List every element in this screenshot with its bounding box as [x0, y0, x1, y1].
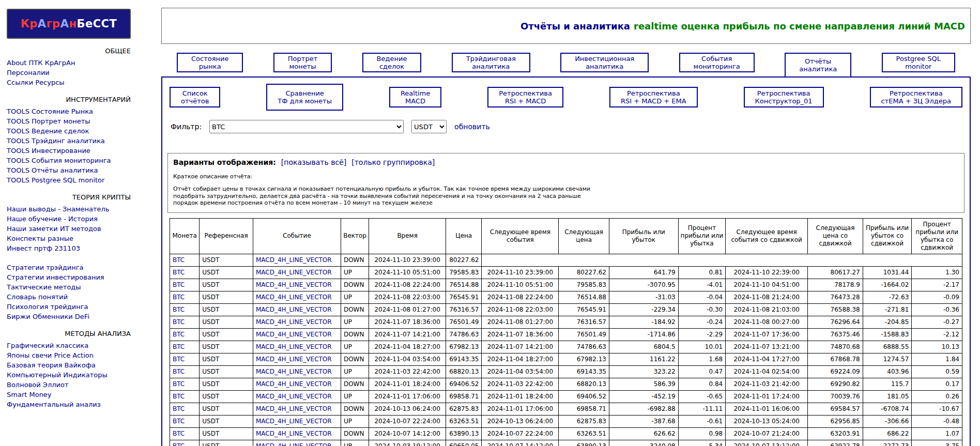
sidebar-item[interactable]: Конспекты разные — [7, 234, 161, 243]
col-header-profit-shifted: Прибыль или убыток со сдвижкой — [863, 218, 912, 254]
sidebar-item[interactable]: Базовая теория Вайкофа — [7, 360, 161, 370]
cell-coin[interactable]: BTC — [170, 266, 200, 279]
cell-event[interactable]: MACD_4H_LINE_VECTOR — [253, 254, 341, 266]
cell-event[interactable]: MACD_4H_LINE_VECTOR — [253, 390, 341, 403]
cell-vector: DOWN — [341, 279, 369, 291]
sidebar-item[interactable]: Волновой Эллиот — [7, 380, 161, 390]
cell-profit: 586.39 — [609, 378, 678, 390]
sidebar-item[interactable]: Стратегии трэйдинга — [7, 263, 161, 272]
col-header-coin: Монета — [170, 218, 200, 254]
sidebar-item[interactable]: Наши заметки ИТ методов — [7, 224, 161, 234]
cell-coin[interactable]: BTC — [170, 254, 200, 266]
cell-profit-shifted: 115.7 — [863, 378, 912, 390]
filter-label: Фильтр: — [171, 122, 202, 131]
display-option-link-1[interactable]: [показывать всё] — [281, 158, 346, 166]
cell-profit-shifted: 1031.44 — [863, 266, 912, 279]
sidebar-item[interactable]: Наши выводы - Знаменатель — [7, 204, 161, 214]
cell-event[interactable]: MACD_4H_LINE_VECTOR — [253, 403, 341, 415]
sidebar-item[interactable]: TOOLS Postgree SQL monitor — [7, 175, 161, 185]
sidebar-item[interactable]: Ссылки Ресурсы — [7, 78, 161, 87]
cell-event[interactable]: MACD_4H_LINE_VECTOR — [253, 365, 341, 378]
cell-coin[interactable]: BTC — [170, 427, 200, 440]
cell-reference: USDT — [200, 390, 253, 403]
tab-sub-1[interactable]: Список отчётов — [170, 87, 220, 107]
tab-main-7-active[interactable]: Отчёты аналитика — [785, 53, 851, 76]
display-option-link-2[interactable]: [только группировка] — [351, 158, 435, 166]
cell-event[interactable]: MACD_4H_LINE_VECTOR — [253, 440, 341, 446]
coin-filter-select[interactable]: BTC — [209, 120, 404, 133]
cell-event[interactable]: MACD_4H_LINE_VECTOR — [253, 291, 341, 303]
tab-sub-6[interactable]: Ретроспектива Конструктор_01 — [744, 87, 824, 107]
sidebar-item[interactable]: TOOLS Инвестирование — [7, 146, 161, 156]
sidebar-item[interactable]: TOOLS Отчёты аналитика — [7, 165, 161, 175]
sidebar-item[interactable]: Персоналии — [7, 68, 161, 78]
sidebar-item[interactable]: Психология трейдинга — [7, 302, 161, 312]
tab-main-4[interactable]: Трэйдинговая аналитика — [452, 53, 530, 72]
tab-sub-2-active[interactable]: Сравнение ТФ для монеты — [266, 84, 343, 111]
sidebar-item[interactable]: TOOLS Состояние Рынка — [7, 106, 161, 116]
cell-profit-percent — [678, 254, 726, 266]
cell-coin[interactable]: BTC — [170, 341, 200, 353]
sidebar-item[interactable]: Графический классика — [7, 341, 161, 350]
sidebar-item[interactable]: Стратегии инвестирования — [7, 272, 161, 282]
cell-coin[interactable]: BTC — [170, 328, 200, 341]
app-logo[interactable]: КрАгрАн БеССТ — [7, 9, 131, 39]
cell-event[interactable]: MACD_4H_LINE_VECTOR — [253, 415, 341, 427]
cell-coin[interactable]: BTC — [170, 303, 200, 316]
tab-sub-4[interactable]: Ретроспектива RSI + MACD — [487, 87, 563, 107]
tab-main-1[interactable]: Состояние рынка — [177, 53, 243, 72]
cell-event[interactable]: MACD_4H_LINE_VECTOR — [253, 328, 341, 341]
sidebar-item[interactable]: About ПТК КрАгрАн — [7, 58, 161, 68]
tab-main-2[interactable]: Портрет монеты — [273, 53, 332, 72]
cell-event[interactable]: MACD_4H_LINE_VECTOR — [253, 378, 341, 390]
cell-next-time-shifted: 2024-11-07 17:36:00 — [726, 328, 808, 341]
tab-main-6[interactable]: События мониторинга — [679, 53, 755, 72]
table-row: BTCUSDTMACD_4H_LINE_VECTORUP2024-11-01 1… — [170, 390, 962, 403]
sidebar-item[interactable]: Компьютерный Индикаторы — [7, 370, 161, 380]
tab-main-8[interactable]: Postgree SQL monitor — [882, 53, 955, 72]
cell-coin[interactable]: BTC — [170, 415, 200, 427]
sidebar-item[interactable]: Наше обучение - История — [7, 214, 161, 224]
sidebar-item[interactable]: TOOLS Ведение сделок — [7, 126, 161, 136]
tab-sub-3[interactable]: Realtime MACD — [389, 87, 441, 107]
cell-profit-shifted: 1274.57 — [863, 353, 912, 365]
table-row: BTCUSDTMACD_4H_LINE_VECTORUP2024-11-08 2… — [170, 291, 962, 303]
tab-main-5[interactable]: Инвестиционная аналитика — [560, 53, 649, 72]
cell-event[interactable]: MACD_4H_LINE_VECTOR — [253, 303, 341, 316]
sidebar-item[interactable]: Биржи Обменники DeFi — [7, 312, 161, 321]
refresh-link[interactable]: обновить — [454, 122, 490, 131]
sidebar-item[interactable]: Японы свечи Price Action — [7, 350, 161, 360]
sidebar-item[interactable]: Тактические методы — [7, 282, 161, 292]
cell-event[interactable]: MACD_4H_LINE_VECTOR — [253, 353, 341, 365]
cell-coin[interactable]: BTC — [170, 378, 200, 390]
cell-reference: USDT — [200, 415, 253, 427]
table-row: BTCUSDTMACD_4H_LINE_VECTORDOWN2024-11-07… — [170, 328, 962, 341]
cell-coin[interactable]: BTC — [170, 440, 200, 446]
tab-main-3[interactable]: Ведение сделок — [362, 53, 422, 72]
cell-event[interactable]: MACD_4H_LINE_VECTOR — [253, 427, 341, 440]
cell-event[interactable]: MACD_4H_LINE_VECTOR — [253, 316, 341, 328]
sidebar-item[interactable]: Фундаментальный анализ — [7, 399, 161, 409]
sidebar-item[interactable]: TOOLS Портрет монеты — [7, 116, 161, 126]
tab-sub-7[interactable]: Ретроспектива стЕМА + ЗЦ Элдера — [870, 87, 962, 107]
cell-coin[interactable]: BTC — [170, 291, 200, 303]
cell-coin[interactable]: BTC — [170, 353, 200, 365]
cell-coin[interactable]: BTC — [170, 279, 200, 291]
cell-coin[interactable]: BTC — [170, 316, 200, 328]
cell-event[interactable]: MACD_4H_LINE_VECTOR — [253, 279, 341, 291]
sidebar-item[interactable]: Инвест пртф 231103 — [7, 243, 161, 253]
sidebar-item[interactable]: TOOLS Трэйдинг аналитика — [7, 136, 161, 146]
cell-next-price-shifted: 74870.68 — [808, 341, 863, 353]
table-row: BTCUSDTMACD_4H_LINE_VECTORDOWN2024-11-08… — [170, 279, 962, 291]
cell-coin[interactable]: BTC — [170, 403, 200, 415]
sidebar-item[interactable]: Smart Money — [7, 390, 161, 399]
quote-filter-select[interactable]: USDT — [411, 120, 447, 133]
cell-event[interactable]: MACD_4H_LINE_VECTOR — [253, 341, 341, 353]
tab-sub-5[interactable]: Ретроспектива RSI + MACD + EMA — [609, 87, 698, 107]
cell-coin[interactable]: BTC — [170, 365, 200, 378]
cell-event[interactable]: MACD_4H_LINE_VECTOR — [253, 266, 341, 279]
cell-profit: 6804.5 — [609, 341, 678, 353]
sidebar-item[interactable]: Словарь понятий — [7, 292, 161, 302]
cell-coin[interactable]: BTC — [170, 390, 200, 403]
sidebar-item[interactable]: TOOLS События мониторинга — [7, 156, 161, 165]
